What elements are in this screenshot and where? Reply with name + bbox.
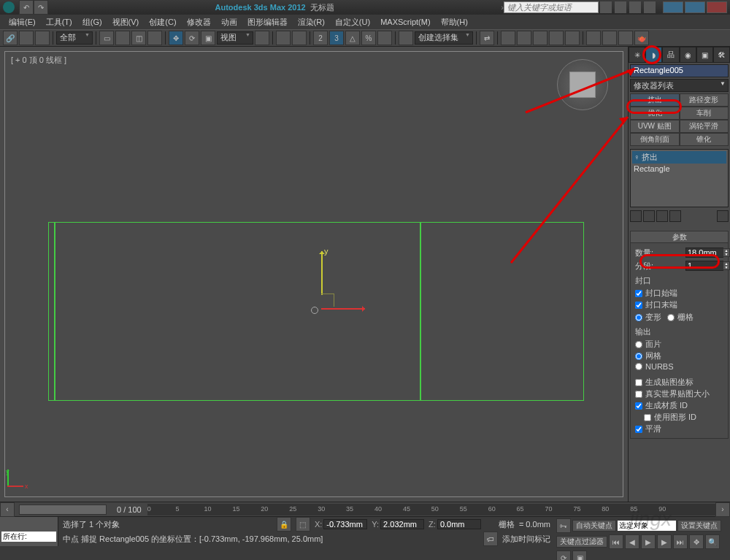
make-unique-icon[interactable] (656, 210, 668, 222)
align-icon[interactable] (501, 31, 515, 45)
tag-icon[interactable]: 🏷 (483, 532, 498, 546)
selection-lock-field[interactable]: 所在行: (1, 532, 56, 542)
link-icon[interactable]: 🔗 (3, 31, 18, 45)
menu-grapheditor[interactable]: 图形编辑器 (243, 15, 292, 29)
viewport-label[interactable]: [ + 0 顶 0 线框 ] (11, 55, 66, 66)
menu-create[interactable]: 创建(C) (145, 15, 180, 29)
output-nurbs-radio[interactable] (635, 363, 642, 370)
add-time-tag[interactable]: 添加时间标记 (502, 534, 550, 545)
cap-start-checkbox[interactable] (635, 290, 642, 297)
nav-zoom-icon[interactable]: 🔍 (705, 534, 720, 549)
help-icon[interactable] (615, 1, 626, 13)
keyfilter-button[interactable]: 关键点过滤器 (556, 536, 607, 548)
show-end-icon[interactable] (643, 210, 655, 222)
modifier-pathdeform-button[interactable]: 路径变形 (680, 93, 729, 107)
editnamed-icon[interactable] (399, 31, 413, 45)
select-region-icon[interactable]: ◫ (131, 31, 146, 45)
setkey-button[interactable]: 设置关键点 (677, 520, 721, 532)
nav-orbit-icon[interactable]: ⟳ (556, 551, 571, 560)
configure-sets-icon[interactable] (717, 210, 729, 222)
menu-maxscript[interactable]: MAXScript(M) (376, 16, 434, 28)
modifier-list-dropdown[interactable]: 修改器列表 (630, 79, 729, 92)
autokey-button[interactable]: 自动关键点 (572, 520, 616, 532)
menu-modifiers[interactable]: 修改器 (182, 15, 215, 29)
modifier-turbosmooth-button[interactable]: 涡轮平滑 (680, 120, 729, 133)
redo-icon[interactable]: ↷ (34, 0, 48, 15)
rollout-header[interactable]: 参数 (631, 231, 728, 243)
menu-render[interactable]: 渲染(R) (293, 15, 329, 29)
modifier-stack[interactable]: ♀ 挤出 Rectangle (630, 149, 729, 207)
named-selset-dropdown[interactable]: 创建选择集 (415, 31, 473, 45)
time-slider[interactable] (19, 505, 107, 515)
bind-icon[interactable] (35, 31, 50, 45)
realworld-checkbox[interactable] (635, 391, 642, 398)
output-mesh-radio[interactable] (635, 353, 642, 360)
menu-tools[interactable]: 工具(T) (42, 15, 77, 29)
info-icon[interactable] (644, 1, 656, 13)
favorite-icon[interactable] (629, 1, 641, 13)
menu-group[interactable]: 组(G) (78, 15, 107, 29)
search-input[interactable] (504, 1, 599, 13)
modifier-lathe-button[interactable]: 车削 (680, 107, 729, 120)
search-icon[interactable] (600, 1, 612, 13)
render-setup-icon[interactable] (586, 31, 601, 45)
timeline-next-icon[interactable]: › (715, 502, 730, 517)
absolute-icon[interactable]: ⬚ (296, 517, 310, 532)
snap-3d-icon[interactable]: 3 (329, 31, 344, 45)
viewcube-face[interactable] (569, 72, 596, 98)
keyboard-icon[interactable] (292, 31, 307, 45)
refcoord-dropdown[interactable]: 视图 (217, 31, 253, 45)
tab-create[interactable]: ✳ (629, 47, 645, 63)
mirror-icon[interactable]: ⇄ (480, 31, 494, 45)
play-next-icon[interactable]: ▶ (657, 534, 672, 549)
spinner-snap-icon[interactable] (377, 31, 392, 45)
viewcube[interactable] (557, 59, 608, 110)
close-button[interactable] (707, 1, 727, 13)
key-toggle-icon[interactable]: 🗝 (556, 518, 571, 533)
coord-y-field[interactable]: 2.032mm (380, 519, 424, 529)
gen-mapcoords-checkbox[interactable] (635, 379, 642, 386)
timeline-prev-icon[interactable]: ‹ (0, 502, 15, 517)
scale-icon[interactable]: ▣ (201, 31, 215, 45)
schematic-icon[interactable] (549, 31, 564, 45)
select-icon[interactable]: ▭ (99, 31, 114, 45)
selection-filter-dropdown[interactable]: 全部 (56, 31, 93, 45)
segments-spinner[interactable]: 1 (685, 261, 723, 271)
output-patch-radio[interactable] (635, 341, 642, 348)
layers-icon[interactable] (517, 31, 531, 45)
gen-matid-checkbox[interactable] (635, 402, 642, 410)
minimize-button[interactable] (663, 1, 683, 13)
select-name-icon[interactable] (115, 31, 130, 45)
modifier-extrude-button[interactable]: 挤出 (630, 93, 680, 107)
percent-snap-icon[interactable]: % (361, 31, 376, 45)
gizmo-y-axis[interactable] (321, 251, 323, 295)
smooth-checkbox[interactable] (635, 426, 642, 433)
modifier-bevelprof-button[interactable]: 倒角剖面 (630, 133, 680, 146)
teapot-icon[interactable]: 🫖 (634, 31, 649, 45)
maximize-button[interactable] (685, 1, 705, 13)
amount-spinner[interactable]: 18.0mm (685, 248, 723, 258)
coord-z-field[interactable]: 0.0mm (437, 519, 481, 529)
render-frame-icon[interactable] (602, 31, 617, 45)
cap-grid-radio[interactable] (667, 314, 675, 321)
menu-edit[interactable]: 编辑(E) (4, 15, 40, 29)
coord-x-field[interactable]: -0.733mm (323, 519, 367, 529)
menu-customize[interactable]: 自定义(U) (331, 15, 374, 29)
play-prev-icon[interactable]: ◀ (625, 534, 639, 549)
modifier-taper-button[interactable]: 锥化 (680, 133, 729, 146)
tab-utilities[interactable]: 🛠 (713, 47, 730, 63)
menu-view[interactable]: 视图(V) (108, 15, 144, 29)
pivot-icon[interactable] (255, 31, 269, 45)
curve-editor-icon[interactable] (533, 31, 548, 45)
object-name-field[interactable]: Rectangle005 (630, 64, 729, 77)
angle-snap-icon[interactable]: △ (345, 31, 360, 45)
undo-icon[interactable]: ↶ (19, 0, 34, 15)
menu-animation[interactable]: 动画 (217, 15, 242, 29)
modifier-optimize-button[interactable]: 优化 (630, 107, 680, 120)
pin-stack-icon[interactable] (630, 210, 642, 222)
nav-pan-icon[interactable]: ✥ (689, 534, 704, 549)
rotate-icon[interactable]: ⟳ (185, 31, 199, 45)
play-end-icon[interactable]: ⏭ (673, 534, 688, 549)
manipulate-icon[interactable] (276, 31, 291, 45)
render-prod-icon[interactable] (618, 31, 633, 45)
